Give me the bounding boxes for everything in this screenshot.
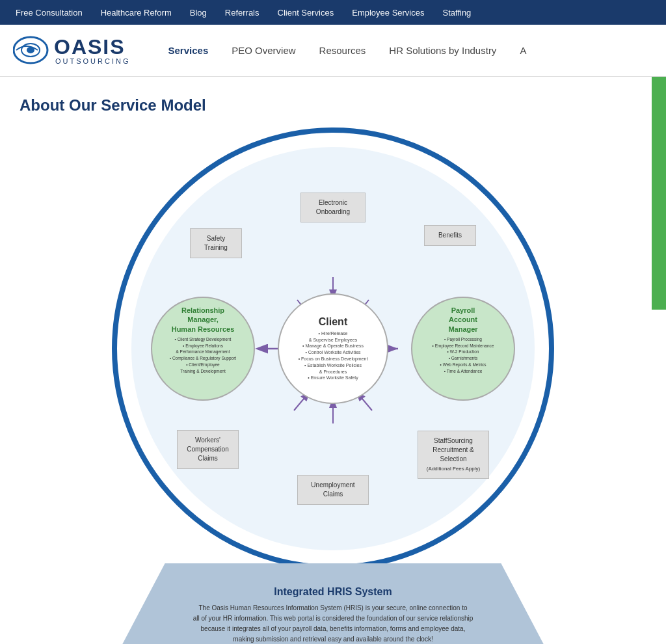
sidebar-item-7[interactable] [652, 251, 666, 278]
main-nav-services[interactable]: Services [157, 45, 220, 56]
top-nav-staffing[interactable]: Staffing [434, 8, 481, 18]
safety-training-box: SafetyTraining [190, 228, 242, 258]
logo[interactable]: OASIS OUTSOURCING [13, 36, 131, 65]
top-nav-free-consultation[interactable]: Free Consultation [7, 8, 92, 18]
electronic-onboarding-box: ElectronicOnboarding [300, 193, 366, 222]
rm-title: RelationshipManager,Human Resources [172, 306, 235, 334]
workers-comp-box: Workers'CompensationClaims [177, 430, 239, 469]
right-sidebar [652, 77, 666, 310]
client-bullets: • Hire/Release& Supervise Employees• Man… [299, 330, 368, 381]
main-nav-more[interactable]: A [508, 45, 538, 56]
sidebar-item-8[interactable] [652, 280, 666, 307]
top-navigation: Free Consultation Healthcare Reform Blog… [0, 0, 666, 25]
sidebar-item-2[interactable] [652, 108, 666, 135]
hris-text: The Oasis Human Resources Information Sy… [164, 603, 502, 644]
pam-circle: PayrollAccountManager • Payroll Processi… [411, 297, 515, 401]
main-navigation: OASIS OUTSOURCING Services PEO Overview … [0, 25, 666, 77]
top-nav-employee-services[interactable]: Employee Services [343, 8, 433, 18]
sidebar-item-6[interactable] [652, 222, 666, 250]
service-model-diagram: Client • Hire/Release& Supervise Employe… [20, 127, 646, 644]
rm-circle: RelationshipManager,Human Resources • Cl… [151, 297, 255, 401]
logo-icon [13, 36, 49, 65]
main-nav-resources[interactable]: Resources [308, 45, 378, 56]
top-nav-blog[interactable]: Blog [181, 8, 216, 18]
sidebar-item-5[interactable] [652, 194, 666, 221]
benefits-box: Benefits [424, 225, 476, 246]
logo-brand: OASIS [54, 36, 131, 57]
client-circle: Client • Hire/Release& Supervise Employe… [278, 293, 388, 404]
sidebar-item-4[interactable] [652, 165, 666, 193]
top-nav-client-services[interactable]: Client Services [269, 8, 343, 18]
page-content: About Our Service Model [0, 77, 666, 644]
client-title: Client [319, 316, 347, 328]
hris-title: Integrated HRIS System [164, 586, 502, 598]
top-nav-healthcare-reform[interactable]: Healthcare Reform [92, 8, 181, 18]
page-title: About Our Service Model [20, 96, 646, 114]
rm-bullets: • Client Strategy Development• Employee … [170, 336, 236, 375]
sidebar-item-1[interactable] [652, 79, 666, 107]
hris-section: Integrated HRIS System The Oasis Human R… [112, 563, 554, 644]
pam-bullets: • Payroll Processing• Employee Record Ma… [433, 336, 494, 375]
main-nav-peo-overview[interactable]: PEO Overview [220, 45, 307, 56]
main-nav-links: Services PEO Overview Resources HR Solut… [157, 45, 654, 56]
logo-text: OASIS OUTSOURCING [54, 36, 131, 65]
circle-diagram: Client • Hire/Release& Supervise Employe… [112, 127, 554, 570]
top-nav-referrals[interactable]: Referrals [216, 8, 269, 18]
sidebar-item-3[interactable] [652, 137, 666, 164]
pam-title: PayrollAccountManager [448, 306, 477, 334]
staffsourcing-box: StaffSourcingRecruitment &Selection(Addi… [418, 431, 489, 479]
logo-sub: OUTSOURCING [55, 57, 131, 65]
unemployment-box: UnemploymentClaims [297, 475, 369, 505]
main-nav-hr-solutions[interactable]: HR Solutions by Industry [377, 45, 508, 56]
